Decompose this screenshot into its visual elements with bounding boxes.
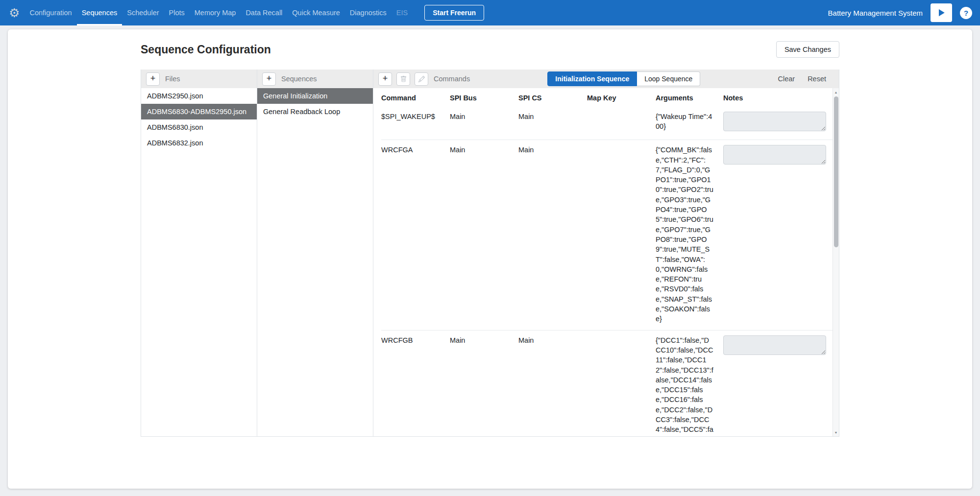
sequence-item[interactable]: General Initialization bbox=[257, 88, 373, 104]
nav-item-eis[interactable]: EIS bbox=[392, 0, 413, 25]
gear-icon: ⚙ bbox=[9, 7, 20, 19]
nav-item-configuration[interactable]: Configuration bbox=[24, 0, 76, 25]
commands-table-body: $SPI_WAKEUP$MainMain{"Wakeup Time":400}W… bbox=[381, 107, 833, 436]
plus-icon: + bbox=[267, 74, 272, 83]
commands-header-row: CommandSPI BusSPI CSMap KeyArgumentsNote… bbox=[381, 88, 833, 107]
column-header-map-key: Map Key bbox=[587, 88, 656, 107]
notes-textarea[interactable] bbox=[723, 145, 826, 165]
cell-spi-cs: Main bbox=[518, 107, 587, 140]
notes-textarea[interactable] bbox=[723, 335, 826, 355]
sequences-list: General InitializationGeneral Readback L… bbox=[257, 88, 373, 436]
cell-map-key bbox=[587, 330, 656, 436]
page-content: Sequence Configuration Save Changes + Fi… bbox=[141, 41, 839, 437]
nav-links: ConfigurationSequencesSchedulerPlotsMemo… bbox=[24, 0, 413, 25]
column-header-arguments: Arguments bbox=[656, 88, 723, 107]
commands-table-head: CommandSPI BusSPI CSMap KeyArgumentsNote… bbox=[381, 88, 833, 107]
commands-panel: + Commands Initialization Sequence Loop … bbox=[373, 70, 839, 436]
nav-item-sequences[interactable]: Sequences bbox=[77, 0, 122, 25]
nav-item-plots[interactable]: Plots bbox=[164, 0, 190, 25]
files-panel: + Files ADBMS2950.jsonADBMS6830-ADBMS295… bbox=[141, 70, 257, 436]
column-header-command: Command bbox=[381, 88, 450, 107]
cell-spi-bus: Main bbox=[450, 330, 518, 436]
cell-command: WRCFGB bbox=[381, 330, 450, 436]
commands-table-wrap: CommandSPI BusSPI CSMap KeyArgumentsNote… bbox=[373, 88, 833, 436]
help-button[interactable]: ? bbox=[960, 7, 972, 19]
sequences-panel-label: Sequences bbox=[281, 75, 317, 83]
play-icon bbox=[936, 8, 946, 18]
commands-header-links: Clear Reset bbox=[778, 75, 826, 83]
commands-panel-header: + Commands Initialization Sequence Loop … bbox=[373, 70, 839, 88]
clear-link[interactable]: Clear bbox=[778, 75, 795, 83]
scrollbar-thumb[interactable] bbox=[834, 96, 838, 247]
sequence-item[interactable]: General Readback Loop bbox=[257, 104, 373, 119]
page-header: Sequence Configuration Save Changes bbox=[141, 41, 839, 58]
navbar-right: Battery Management System ? bbox=[828, 0, 972, 25]
add-sequence-button[interactable]: + bbox=[262, 72, 276, 86]
commands-panel-label: Commands bbox=[434, 75, 470, 83]
commands-table: CommandSPI BusSPI CSMap KeyArgumentsNote… bbox=[381, 88, 833, 436]
trash-icon bbox=[400, 76, 407, 82]
panels-container: + Files ADBMS2950.jsonADBMS6830-ADBMS295… bbox=[141, 70, 839, 437]
sequences-panel: + Sequences General InitializationGenera… bbox=[257, 70, 373, 436]
cell-spi-bus: Main bbox=[450, 140, 518, 330]
commands-scrollbar[interactable]: ▲ ▼ bbox=[833, 88, 839, 436]
plus-icon: + bbox=[383, 74, 388, 83]
cell-arguments: {"DCC1":false,"DCC10":false,"DCC11":fals… bbox=[656, 330, 723, 436]
file-item[interactable]: ADBMS6830.json bbox=[141, 119, 257, 135]
cell-arguments: {"COMM_BK":false,"CTH":2,"FC":7,"FLAG_D"… bbox=[656, 140, 723, 330]
cell-command: WRCFGA bbox=[381, 140, 450, 330]
play-button[interactable] bbox=[931, 3, 952, 22]
loop-sequence-tab[interactable]: Loop Sequence bbox=[637, 71, 700, 86]
command-row[interactable]: WRCFGAMainMain{"COMM_BK":false,"CTH":2,"… bbox=[381, 140, 833, 330]
cell-map-key bbox=[587, 140, 656, 330]
save-changes-button[interactable]: Save Changes bbox=[776, 41, 839, 58]
scroll-up-icon[interactable]: ▲ bbox=[834, 90, 838, 94]
add-command-button[interactable]: + bbox=[378, 72, 392, 86]
column-header-spi-bus: SPI Bus bbox=[450, 88, 518, 107]
files-panel-label: Files bbox=[165, 75, 180, 83]
nav-item-data-recall[interactable]: Data Recall bbox=[241, 0, 287, 25]
cell-command: $SPI_WAKEUP$ bbox=[381, 107, 450, 140]
files-list: ADBMS2950.jsonADBMS6830-ADBMS2950.jsonAD… bbox=[141, 88, 257, 436]
file-item[interactable]: ADBMS2950.json bbox=[141, 88, 257, 104]
cell-spi-cs: Main bbox=[518, 140, 587, 330]
page-title: Sequence Configuration bbox=[141, 43, 271, 56]
nav-item-scheduler[interactable]: Scheduler bbox=[122, 0, 164, 25]
pencil-icon bbox=[418, 76, 425, 82]
cell-notes bbox=[723, 330, 833, 436]
plus-icon: + bbox=[150, 74, 156, 83]
cell-map-key bbox=[587, 107, 656, 140]
edit-command-button[interactable] bbox=[415, 72, 428, 86]
top-navbar: ⚙ ConfigurationSequencesSchedulerPlotsMe… bbox=[0, 0, 980, 25]
command-row[interactable]: $SPI_WAKEUP$MainMain{"Wakeup Time":400} bbox=[381, 107, 833, 140]
nav-item-memory-map[interactable]: Memory Map bbox=[190, 0, 241, 25]
command-row[interactable]: WRCFGBMainMain{"DCC1":false,"DCC10":fals… bbox=[381, 330, 833, 436]
cell-notes bbox=[723, 140, 833, 330]
settings-gear-button[interactable]: ⚙ bbox=[8, 0, 24, 25]
help-icon: ? bbox=[964, 9, 968, 17]
sequences-panel-header: + Sequences bbox=[257, 70, 373, 88]
scroll-down-icon[interactable]: ▼ bbox=[834, 430, 838, 435]
app-title: Battery Management System bbox=[828, 9, 923, 17]
delete-command-button[interactable] bbox=[396, 72, 410, 86]
start-freerun-button[interactable]: Start Freerun bbox=[424, 5, 484, 21]
cell-spi-bus: Main bbox=[450, 107, 518, 140]
column-header-notes: Notes bbox=[723, 88, 833, 107]
notes-textarea[interactable] bbox=[723, 112, 826, 131]
nav-item-diagnostics[interactable]: Diagnostics bbox=[345, 0, 392, 25]
file-item[interactable]: ADBMS6830-ADBMS2950.json bbox=[141, 104, 257, 119]
main-card: Sequence Configuration Save Changes + Fi… bbox=[8, 29, 972, 489]
reset-link[interactable]: Reset bbox=[808, 75, 826, 83]
nav-item-quick-measure[interactable]: Quick Measure bbox=[287, 0, 345, 25]
sequence-type-toggle: Initialization Sequence Loop Sequence bbox=[547, 71, 700, 86]
files-panel-header: + Files bbox=[141, 70, 257, 88]
add-file-button[interactable]: + bbox=[146, 72, 160, 86]
cell-spi-cs: Main bbox=[518, 330, 587, 436]
cell-arguments: {"Wakeup Time":400} bbox=[656, 107, 723, 140]
column-header-spi-cs: SPI CS bbox=[518, 88, 587, 107]
commands-body: CommandSPI BusSPI CSMap KeyArgumentsNote… bbox=[373, 88, 839, 436]
cell-notes bbox=[723, 107, 833, 140]
file-item[interactable]: ADBMS6832.json bbox=[141, 135, 257, 151]
initialization-sequence-tab[interactable]: Initialization Sequence bbox=[547, 71, 637, 86]
